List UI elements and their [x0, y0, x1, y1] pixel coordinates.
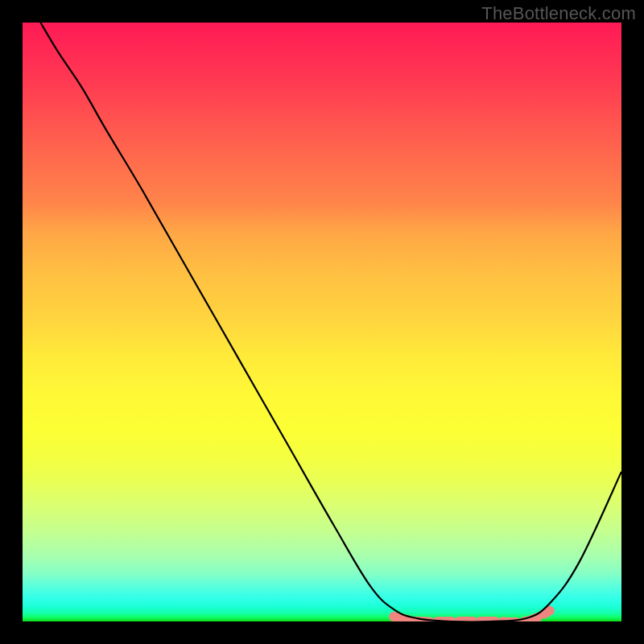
bottleneck-curve: [40, 23, 621, 621]
optimal-region-dash: [394, 611, 549, 621]
watermark-text: TheBottleneck.com: [481, 3, 636, 24]
curve-svg: [23, 23, 621, 621]
chart-area: [23, 23, 621, 621]
